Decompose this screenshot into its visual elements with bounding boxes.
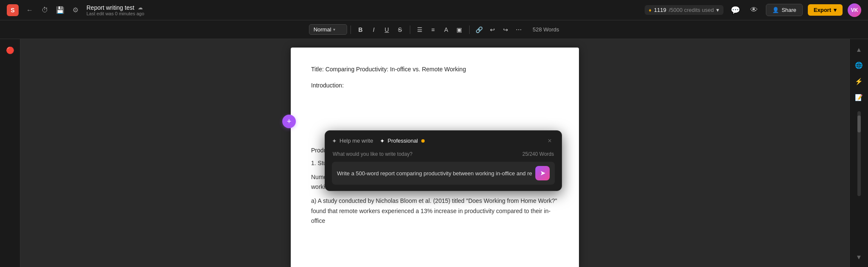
- add-icon: +: [287, 117, 292, 126]
- format-buttons: B I U S: [354, 24, 406, 36]
- underline-button[interactable]: U: [381, 24, 393, 36]
- scroll-up-icon: ▲: [856, 46, 862, 53]
- document-page: + Title: Comparing Productivity: In-offi…: [291, 48, 579, 267]
- help-write-icon: ✦: [332, 136, 337, 146]
- study-a: a) A study conducted by Nicholas Bloom e…: [311, 196, 559, 225]
- align-button[interactable]: ≡: [427, 24, 440, 36]
- professional-label: Professional: [387, 137, 418, 146]
- document-title-line: Title: Comparing Productivity: In-office…: [311, 65, 559, 74]
- cloud-icon: ☁: [138, 5, 143, 11]
- right-sidebar-flash-button[interactable]: ⚡: [852, 75, 866, 88]
- help-write-label: Help me write: [339, 137, 373, 146]
- right-sidebar-notes-button[interactable]: 📝: [852, 91, 866, 104]
- style-selector[interactable]: Normal ▾: [309, 24, 347, 35]
- gem-icon: ♦: [649, 7, 651, 13]
- introduction-label: Introduction:: [311, 81, 559, 90]
- popup-prompt-label: What would you like to write today?: [333, 150, 412, 158]
- save-button[interactable]: 💾: [54, 4, 66, 16]
- logo-text: S: [11, 7, 14, 14]
- undo-button[interactable]: ↩: [486, 24, 499, 36]
- scroll-down-icon: ▼: [856, 253, 862, 261]
- comment-button[interactable]: 💬: [729, 3, 742, 17]
- text-color-button[interactable]: A: [440, 24, 453, 36]
- credits-current: 1119: [654, 7, 666, 13]
- logo[interactable]: S: [7, 4, 19, 16]
- popup-word-count-row: What would you like to write today? 25/2…: [332, 150, 555, 158]
- strikethrough-button[interactable]: S: [394, 24, 406, 36]
- settings-button[interactable]: ⚙: [70, 4, 81, 16]
- action-buttons: 🔗 ↩ ↪ ⋯: [473, 24, 525, 36]
- left-sidebar: 🔴: [0, 39, 20, 267]
- link-button[interactable]: 🔗: [473, 24, 486, 36]
- sidebar-icon-1-glyph: 🔴: [6, 46, 14, 54]
- toolbar-divider-2: [410, 25, 410, 34]
- last-edit-label: Last edit was 0 minutes ago: [86, 11, 640, 16]
- scroll-down-button[interactable]: ▼: [852, 250, 866, 264]
- preview-button[interactable]: 👁: [747, 3, 761, 17]
- popup-header: ✦ Help me write ✦ Professional ×: [325, 131, 562, 150]
- popup-text-input[interactable]: [337, 170, 532, 177]
- style-chevron: ▾: [333, 27, 335, 32]
- right-sidebar: ▲ 🌐 ⚡ 📝 ▼: [849, 39, 868, 267]
- professional-tab[interactable]: ✦ Professional: [380, 136, 425, 146]
- toolbar: Normal ▾ B I U S ☰ ≡ A ▣ 🔗 ↩ ↪ ⋯ 528 Wor…: [0, 20, 868, 39]
- professional-icon: ✦: [380, 136, 385, 146]
- document-title-row: Report writing test ☁: [86, 4, 640, 11]
- main-layout: 🔴 + Title: Comparing Productivity: In-of…: [0, 39, 868, 267]
- history-button[interactable]: ⏱: [39, 4, 51, 16]
- credits-dropdown-icon: ▾: [716, 7, 719, 13]
- document-title: Report writing test: [86, 4, 134, 11]
- export-label: Export: [814, 7, 831, 13]
- notes-icon: 📝: [855, 94, 863, 101]
- redo-button[interactable]: ↪: [499, 24, 512, 36]
- export-button[interactable]: Export ▾: [808, 4, 843, 16]
- popup-word-count-value: 25/240 Words: [523, 150, 554, 158]
- share-label: Share: [782, 7, 796, 13]
- close-icon: ×: [548, 135, 551, 146]
- credits-badge[interactable]: ♦ 1119/5000 credits used ▾: [645, 5, 723, 15]
- professional-dot: [421, 139, 425, 143]
- avatar[interactable]: VK: [848, 3, 861, 17]
- list-buttons: ☰ ≡ A ▣: [414, 24, 466, 36]
- comment-icon: 💬: [731, 6, 740, 15]
- italic-button[interactable]: I: [367, 24, 380, 36]
- right-sidebar-globe-button[interactable]: 🌐: [852, 59, 866, 72]
- back-button[interactable]: ←: [24, 4, 36, 16]
- nav-icons: ← ⏱ 💾 ⚙: [24, 4, 81, 16]
- scrollbar-thumb[interactable]: [857, 115, 861, 132]
- bold-button[interactable]: B: [354, 24, 367, 36]
- style-label: Normal: [314, 26, 331, 33]
- word-count: 528 Words: [533, 26, 559, 33]
- toolbar-divider-1: [351, 25, 351, 34]
- add-content-button[interactable]: +: [282, 115, 296, 128]
- eye-icon: 👁: [750, 6, 758, 14]
- document-title-area: Report writing test ☁ Last edit was 0 mi…: [86, 4, 640, 16]
- globe-icon: 🌐: [855, 62, 863, 69]
- share-icon: 👤: [772, 7, 779, 13]
- popup-body: What would you like to write today? 25/2…: [325, 150, 562, 191]
- avatar-initials: VK: [851, 7, 858, 13]
- header-right: ♦ 1119/5000 credits used ▾ 💬 👁 👤 Share E…: [645, 3, 861, 17]
- popup-close-button[interactable]: ×: [545, 136, 555, 146]
- export-chevron: ▾: [834, 7, 837, 13]
- more-button[interactable]: ⋯: [512, 24, 525, 36]
- share-button[interactable]: 👤 Share: [766, 4, 803, 16]
- popup-send-button[interactable]: ➤: [535, 166, 550, 180]
- toolbar-divider-3: [469, 25, 470, 34]
- send-icon: ➤: [540, 168, 545, 179]
- highlight-button[interactable]: ▣: [453, 24, 466, 36]
- document-content: Title: Comparing Productivity: In-office…: [311, 65, 559, 226]
- help-write-popup: ✦ Help me write ✦ Professional ×: [325, 130, 562, 191]
- popup-input-row: ➤: [332, 162, 555, 185]
- scrollbar-track: [857, 111, 861, 196]
- bullet-list-button[interactable]: ☰: [414, 24, 426, 36]
- editor-area[interactable]: + Title: Comparing Productivity: In-offi…: [20, 39, 849, 267]
- flash-icon: ⚡: [855, 78, 863, 85]
- header: S ← ⏱ 💾 ⚙ Report writing test ☁ Last edi…: [0, 0, 868, 20]
- scroll-up-button[interactable]: ▲: [852, 42, 866, 56]
- sidebar-icon-1[interactable]: 🔴: [3, 42, 18, 58]
- credits-max: /5000 credits used: [669, 7, 714, 13]
- help-write-tab[interactable]: ✦ Help me write: [332, 136, 373, 146]
